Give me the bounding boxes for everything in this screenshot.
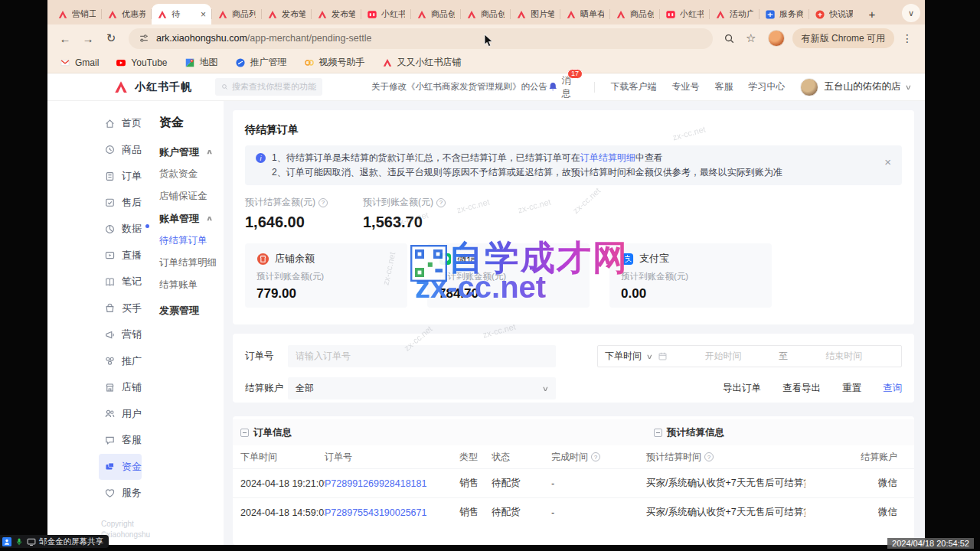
browser-tab[interactable]: 晒单有 [560, 4, 609, 24]
summary-row: 预计结算金额(元)?1,646.00预计到账金额(元)?1,563.70 [245, 196, 902, 231]
reload-button[interactable]: ↻ [101, 28, 121, 48]
header-link[interactable]: 客服 [714, 80, 733, 93]
info-icon[interactable]: ? [704, 452, 714, 461]
shopbal-icon [256, 253, 270, 266]
chevron-down-icon: ∨ [646, 353, 653, 360]
header-link[interactable]: 学习中心 [748, 80, 785, 93]
bookmark-item[interactable]: 地图 [185, 56, 218, 69]
sidebar-item-promotion[interactable]: 推广 [104, 348, 150, 375]
start-time-input[interactable]: 开始时间 [673, 350, 774, 363]
header-link[interactable]: 下载客户端 [610, 80, 656, 93]
finance-menu-title: 资金 [159, 115, 224, 132]
browser-tab[interactable]: 活动广 [710, 4, 759, 24]
date-range-picker[interactable]: 下单时间 ∨ 开始时间 至 结束时间 [597, 345, 902, 367]
query-button[interactable]: 查询 [883, 382, 902, 395]
bookmark-star-icon[interactable]: ☆ [742, 29, 760, 47]
sidebar-item-data[interactable]: 数据 [104, 216, 150, 243]
sidebar-item-live[interactable]: 直播 [104, 243, 150, 269]
sidebar-item-shop[interactable]: 店铺 [104, 374, 150, 401]
finance-menu-item[interactable]: 店铺保证金 [159, 185, 224, 207]
collapse-icon[interactable] [240, 429, 249, 437]
browser-tab[interactable]: 商品创 [610, 4, 659, 24]
url-bar[interactable]: ark.xiaohongshu.com/app-merchant/pending… [129, 28, 713, 49]
mic-icon [15, 537, 24, 546]
order-number-link[interactable]: P728975543190025671 [325, 507, 459, 518]
finance-menu-item[interactable]: 货款资金 [159, 163, 224, 185]
settle-detail-link[interactable]: 订单结算明细 [580, 152, 635, 163]
finance-menu-item[interactable]: 待结算订单 [159, 230, 224, 252]
info-icon[interactable]: ? [591, 452, 600, 461]
forward-button[interactable]: → [78, 28, 98, 48]
browser-tab[interactable]: 待× [152, 4, 211, 24]
browser-tab[interactable]: 图片笔 [511, 4, 560, 24]
home-icon [104, 118, 116, 129]
announcement-link[interactable]: 关于修改《小红书商家发货管理规则》的公告 [371, 81, 547, 93]
notice-close-icon[interactable]: × [884, 156, 891, 168]
bookmark-item[interactable]: 推广管理 [235, 56, 287, 69]
sidebar-item-marketing[interactable]: 营销 [104, 321, 150, 348]
browser-tab[interactable]: 发布笔 [262, 4, 311, 24]
browser-tab[interactable]: 小红书 [660, 4, 709, 24]
chrome-update-button[interactable]: 有新版 Chrome 可用 [792, 28, 894, 48]
browser-tab[interactable]: 商品创 [411, 4, 460, 24]
browser-menu-icon[interactable]: ⋮ [897, 32, 917, 44]
sidebar-item-servicemarket[interactable]: 服务 [104, 480, 150, 507]
browser-tab[interactable]: 优惠券 [102, 4, 151, 24]
order-no-input[interactable]: 请输入订单号 [288, 345, 556, 367]
view-export-button[interactable]: 查看导出 [782, 382, 821, 395]
browser-window: 营销工优惠券待×商品列发布笔发布笔小红书商品创商品创图片笔晒单有商品创小红书活动… [47, 0, 925, 545]
chevron-down-icon: ∨ [542, 385, 549, 393]
end-time-input[interactable]: 结束时间 [793, 350, 894, 363]
browser-tab[interactable]: 服务商 [760, 4, 808, 24]
new-tab-button[interactable]: + [864, 8, 880, 21]
sidebar-item-buyer[interactable]: 买手 [104, 295, 150, 322]
reset-button[interactable]: 重置 [842, 382, 861, 395]
bookmark-item[interactable]: Gmail [60, 57, 99, 68]
account-card-shopbal: 店铺余额预计到账金额(元)779.00 [245, 243, 407, 308]
bookmark-item[interactable]: 视频号助手 [304, 56, 365, 69]
browser-tab[interactable]: 商品列 [212, 4, 261, 24]
order-number-link[interactable]: P728991269928418181 [325, 478, 459, 489]
info-icon[interactable]: ? [436, 198, 446, 207]
account-value: 779.00 [256, 286, 396, 302]
alipay-icon [621, 253, 634, 266]
search-icon[interactable] [720, 29, 739, 47]
desktop-bottom-bar [0, 545, 980, 551]
tab-search-chevron-icon[interactable]: ∨ [902, 4, 920, 22]
sidebar-item-users[interactable]: 用户 [104, 401, 150, 428]
header-link[interactable]: 专业号 [671, 80, 699, 93]
time-type-select[interactable]: 下单时间 [605, 350, 642, 363]
browser-tab[interactable]: 营销工 [52, 4, 101, 24]
sidebar-item-finance[interactable]: 资金 [99, 454, 142, 481]
finance-menu-item[interactable]: 发票管理 [159, 299, 224, 321]
app-logo[interactable]: 小红书千帆 [113, 80, 192, 95]
bookmark-item[interactable]: 又又小红书店铺 [382, 56, 462, 69]
browser-tab[interactable]: 快说课 [809, 4, 858, 24]
sidebar-item-notes[interactable]: 笔记 [104, 269, 150, 295]
finance-menu-item[interactable]: 账单管理∨ [159, 207, 224, 230]
sidebar-item-service[interactable]: 客服 [104, 427, 150, 454]
summary-block: 预计结算金额(元)?1,646.00 [245, 196, 328, 231]
screen-share-indicator[interactable]: 邹金金的屏幕共享 [0, 535, 109, 548]
bookmark-item[interactable]: YouTube [116, 57, 167, 68]
account-select[interactable]: 全部 ∨ [288, 377, 556, 399]
info-icon[interactable]: ? [318, 198, 328, 207]
sidebar-item-orders[interactable]: 订单 [104, 163, 150, 190]
browser-tab[interactable]: 发布笔 [312, 4, 361, 24]
sidebar-item-aftersale[interactable]: 售后 [104, 190, 150, 217]
store-switcher[interactable]: 五台山的佑佑的店 ∨ [800, 78, 911, 96]
function-search-input[interactable]: 搜索查找你想要的功能 [215, 78, 322, 96]
messages-button[interactable]: 消息 17 [547, 74, 579, 100]
browser-profile-avatar[interactable] [768, 30, 785, 47]
back-button[interactable]: ← [55, 28, 75, 48]
finance-menu-item[interactable]: 结算账单 [159, 274, 224, 296]
sidebar-item-goods[interactable]: 商品 [104, 137, 150, 164]
sidebar-item-home[interactable]: 首页 [104, 110, 150, 137]
browser-tab[interactable]: 商品创 [461, 4, 510, 24]
finance-menu-item[interactable]: 订单结算明细 [159, 252, 224, 274]
export-button[interactable]: 导出订单 [723, 382, 761, 395]
collapse-icon[interactable] [654, 429, 662, 437]
finance-menu-item[interactable]: 账户管理∨ [159, 141, 224, 163]
browser-tab[interactable]: 小红书 [361, 4, 410, 24]
tab-close-icon[interactable]: × [201, 10, 206, 19]
